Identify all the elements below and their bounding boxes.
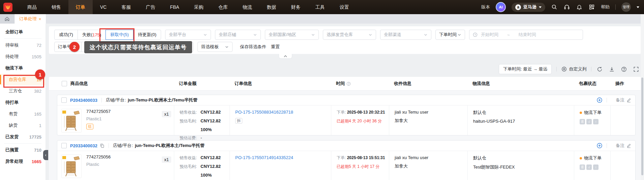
sidebar-item-to-print[interactable]: 待打单 [0, 97, 45, 108]
nav-item-vc[interactable]: VC [93, 0, 114, 14]
download-icon[interactable] [608, 66, 615, 72]
upload-icon[interactable]: ↑ [593, 164, 599, 170]
product-image[interactable] [61, 109, 82, 132]
nav-item-fba[interactable]: FBA [162, 0, 186, 14]
order-id-link[interactable]: P2033400032 [70, 143, 97, 148]
status-tab-failed[interactable]: 失败(175) [78, 30, 106, 40]
filter-collapse-tab[interactable] [279, 54, 292, 59]
help-icon[interactable] [620, 66, 627, 72]
sidebar-item-third-party-warehouse[interactable]: 三方仓 382 [0, 85, 45, 97]
edit-pencil-icon[interactable] [626, 143, 631, 148]
platform-select[interactable]: 全部平台 [165, 30, 211, 40]
add-circle-icon[interactable] [596, 143, 603, 149]
sidebar-item-on-hold[interactable]: 已搁置 710 [0, 144, 45, 156]
remark-label[interactable]: 备注 [616, 143, 624, 149]
bell-icon[interactable] [576, 4, 583, 10]
nav-item-products[interactable]: 商品 [20, 0, 44, 14]
status-tab-success[interactable]: 成功(7) [54, 30, 78, 40]
store-platform-value: jun-Temu-PL欧洲本土/Temu半托管 [135, 143, 205, 149]
confirm-icon[interactable]: √ [586, 119, 592, 124]
close-icon[interactable]: × [39, 17, 41, 22]
sidebar-item-pending-review[interactable]: 待审核 72 [0, 39, 45, 51]
reset-link[interactable]: 重置 [271, 44, 280, 50]
shop-select[interactable]: 全部店铺 [215, 30, 261, 40]
filter-template-select[interactable]: 筛选模板 [197, 42, 233, 52]
nav-item-data[interactable]: 数据 [259, 0, 284, 14]
nav-item-orders[interactable]: 订单 [68, 0, 93, 14]
store-selector[interactable]: a 亚马逊 [512, 3, 545, 12]
fullscreen-icon[interactable] [633, 66, 639, 72]
headset-icon[interactable] [563, 4, 570, 10]
recipient-country: 加拿大 [395, 118, 467, 124]
sidebar-item-shipped[interactable]: 已发货 17725 [0, 131, 45, 143]
profit-label: 预估毛利: [180, 164, 201, 170]
channel-select[interactable]: 全部渠道 [380, 30, 431, 40]
product-sku[interactable]: 7742725056 [86, 154, 111, 159]
sidebar-collapse-handle[interactable]: ‹ [43, 150, 48, 160]
header-order-info: 订单信息 [229, 81, 331, 87]
nav-item-logistics[interactable]: 物流 [235, 0, 259, 14]
upload-icon[interactable]: ↑ [593, 119, 599, 124]
app-logo-fox-icon[interactable] [3, 3, 12, 12]
divider [4, 38, 41, 39]
order-id-link[interactable]: P2043400033 [70, 98, 97, 103]
nav-item-service[interactable]: 客服 [114, 0, 138, 14]
product-image[interactable] [61, 154, 82, 178]
row-checkbox[interactable] [61, 97, 67, 103]
apps-grid-icon[interactable] [588, 4, 595, 10]
version-link[interactable]: 版本 [481, 4, 490, 10]
admin-avatar[interactable]: 管理 [621, 2, 631, 12]
product-sku[interactable]: 7742725057 [86, 109, 111, 114]
chevron-down-icon[interactable] [637, 6, 639, 8]
column-header: 商品信息 [70, 81, 88, 87]
time-type-select[interactable]: 下单时间 [435, 30, 465, 40]
return-icon[interactable]: 退 [580, 164, 585, 170]
edit-pencil-icon[interactable] [626, 98, 631, 102]
cell-actions [610, 151, 635, 180]
sidebar-item-count: 1 [39, 123, 41, 128]
sidebar-item-exception[interactable]: 异常处理 1665 [0, 156, 45, 167]
warehouse-select[interactable]: 选择发货仓库 [323, 30, 376, 40]
cell-recipient: jiali xu Temu user 加拿大 [389, 151, 467, 180]
question-circle-icon[interactable] [346, 82, 351, 86]
refresh-icon[interactable] [596, 66, 603, 72]
status-tab-label: 待更新(0) [138, 32, 156, 38]
po-number-link[interactable]: PO-175-17550883416228718 [235, 110, 331, 115]
order-group: P2033400032 店铺/平台: jun-Temu-PL欧洲本土/Temu半… [57, 140, 636, 180]
nav-item-warehouse[interactable]: 仓库 [211, 0, 235, 14]
home-tab[interactable] [0, 14, 14, 24]
country-select[interactable]: 全部国家/地区 [265, 30, 319, 40]
po-number-link[interactable]: PO-175-17550714914335224 [235, 155, 331, 160]
nav-item-settings[interactable]: 设置 [332, 0, 357, 14]
copy-icon[interactable] [100, 143, 104, 148]
row-checkbox[interactable] [61, 143, 67, 148]
sidebar-item-out-of-stock[interactable]: 缺货 1 [0, 120, 45, 131]
add-circle-icon[interactable] [596, 97, 603, 103]
select-all-checkbox[interactable] [62, 81, 67, 86]
remark-label[interactable]: 备注 [616, 97, 624, 103]
help-link[interactable]: 帮助 [601, 4, 610, 10]
ai-assistant-badge[interactable]: AI [496, 2, 506, 12]
return-icon[interactable]: 退 [580, 119, 585, 124]
sort-order-button[interactable]: 下单时间: 最近 → 最远 [499, 64, 552, 74]
nav-item-finance[interactable]: 财务 [284, 0, 308, 14]
custom-columns-button[interactable]: 自定义列 [561, 66, 586, 72]
sidebar-item-all-orders[interactable]: 全部订单 [0, 26, 45, 38]
status-tab-fetching[interactable]: 获取中(5) [105, 30, 133, 40]
sidebar-item-pending-process[interactable]: 待处理 1505 [0, 51, 45, 62]
sidebar-item-count: 382 [34, 89, 41, 94]
confirm-icon[interactable]: √ [586, 164, 592, 170]
status-tab-label: ) [100, 32, 101, 37]
date-range-picker[interactable]: 开始时间 ~ 结束时间 [469, 30, 583, 40]
scrollbar-thumb[interactable] [641, 78, 643, 175]
save-filter-link[interactable]: 保存筛选条件 [240, 44, 266, 50]
custom-columns-label: 自定义列 [569, 66, 586, 72]
sidebar-item-in-stock[interactable]: 有货 165 [0, 108, 45, 120]
nav-item-sales[interactable]: 销售 [44, 0, 68, 14]
search-icon[interactable] [551, 4, 558, 10]
nav-item-ads[interactable]: 广告 [138, 0, 162, 14]
nav-item-tools[interactable]: 工具 [308, 0, 332, 14]
nav-item-purchase[interactable]: 采购 [187, 0, 211, 14]
tab-order-processing[interactable]: 订单处理 × [14, 14, 46, 24]
status-tab-to-update[interactable]: 待更新(0) [133, 30, 161, 40]
